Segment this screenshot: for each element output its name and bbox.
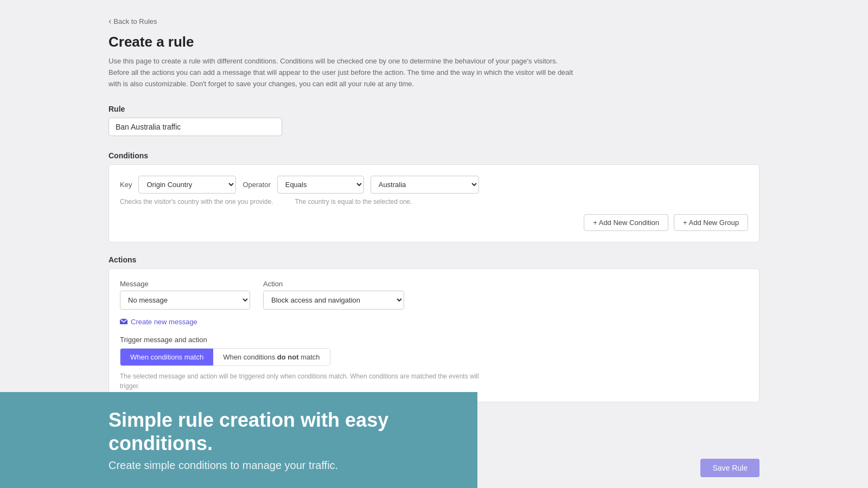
operator-hint: The country is equal to the selected one… [295,198,412,206]
save-rule-button[interactable]: Save Rule [700,459,760,477]
condition-hints: Checks the visitor's country with the on… [120,198,748,206]
envelope-icon [120,319,127,324]
key-select[interactable]: Origin Country IP Address Browser OS Dev… [138,176,236,194]
operator-label: Operator [242,181,270,189]
page-title: Create a rule [108,34,760,50]
conditions-card: Key Origin Country IP Address Browser OS… [108,164,760,242]
operator-select[interactable]: Equals Not Equals Contains Not Contains [277,176,364,194]
value-select[interactable]: Australia United States United Kingdom C… [371,176,479,194]
create-message-link[interactable]: Create new message [120,318,197,326]
back-to-rules-link[interactable]: Back to Rules [108,16,157,26]
rule-section-label: Rule [108,105,760,113]
trigger-hint: The selected message and action will be … [120,371,500,391]
conditions-section-label: Conditions [108,151,760,160]
trigger-match-button[interactable]: When conditions match [120,349,213,365]
page-description: Use this page to create a rule with diff… [108,56,575,89]
condition-row: Key Origin Country IP Address Browser OS… [120,176,748,194]
main-content: Back to Rules Create a rule Use this pag… [0,0,868,459]
add-new-group-button[interactable]: + Add New Group [674,214,748,231]
actions-row: Message No message Custom message Action… [120,280,748,310]
message-field-group: Message No message Custom message [120,280,250,310]
rule-name-input[interactable] [108,118,282,136]
action-field-group: Action Block access and navigation Redir… [263,280,404,310]
banner-headline: Simple rule creation with easy condition… [108,408,450,455]
actions-card: Message No message Custom message Action… [108,268,760,402]
message-select[interactable]: No message Custom message [120,291,250,310]
actions-section-label: Actions [108,255,760,264]
trigger-label: Trigger message and action [120,336,748,344]
bottom-banner: Simple rule creation with easy condition… [0,392,477,488]
trigger-buttons: When conditions match When conditions do… [120,348,330,366]
condition-actions: + Add New Condition + Add New Group [120,214,748,231]
action-field-label: Action [263,280,404,288]
trigger-no-match-button[interactable]: When conditions do not match [213,349,329,365]
page-wrapper: Back to Rules Create a rule Use this pag… [0,0,868,488]
add-new-condition-button[interactable]: + Add New Condition [584,214,668,231]
key-label: Key [120,181,132,189]
message-field-label: Message [120,280,250,288]
create-message-label: Create new message [131,318,197,326]
action-type-select[interactable]: Block access and navigation Redirect Sho… [263,291,404,310]
banner-subtext: Create simple conditions to manage your … [108,459,450,472]
key-hint: Checks the visitor's country with the on… [120,198,273,206]
